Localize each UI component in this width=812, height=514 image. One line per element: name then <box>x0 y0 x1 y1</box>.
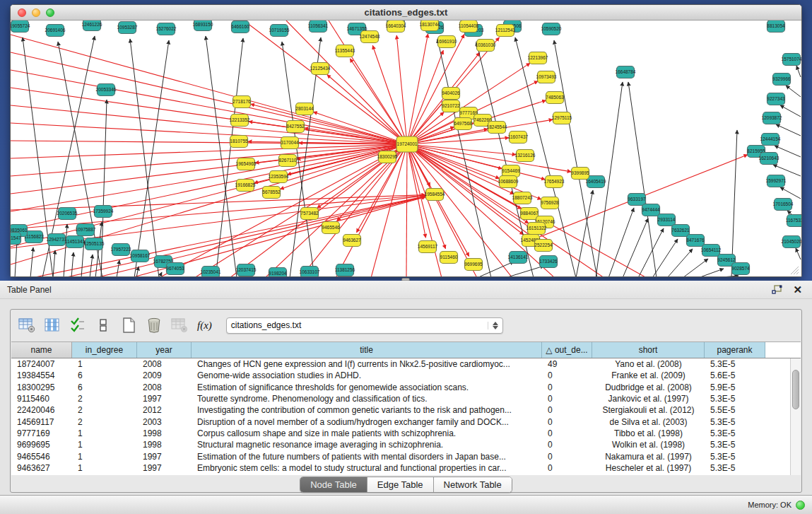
table-scrollbar-thumb[interactable] <box>792 370 799 409</box>
float-panel-icon[interactable] <box>772 285 783 295</box>
graph-node[interactable]: 19055724 <box>11 21 30 33</box>
graph-node-selected[interactable]: 17654923 <box>544 176 565 188</box>
cell-pagerank[interactable]: 5.3E-5 <box>705 417 765 427</box>
graph-node-selected[interactable]: 13216126 <box>515 150 536 162</box>
citation-edge-black[interactable] <box>638 228 664 277</box>
graph-node[interactable]: 9633197 <box>628 194 646 206</box>
cell-short[interactable]: Tibbo et al. (1998) <box>592 428 705 438</box>
graph-node-selected[interactable]: 12353594 <box>269 171 289 183</box>
cell-name[interactable]: 18724007 <box>11 359 72 369</box>
cell-short[interactable]: Jankovic et al. (1997) <box>592 394 705 404</box>
graph-node-selected[interactable]: 9463627 <box>343 235 361 247</box>
citation-edge-black[interactable] <box>628 82 657 277</box>
cell-out_de[interactable]: 0 <box>542 440 592 450</box>
column-header-name[interactable]: name <box>11 342 72 358</box>
graph-node[interactable]: 12461226 <box>82 21 102 31</box>
cell-name[interactable]: 18300295 <box>11 382 72 392</box>
graph-node-selected[interactable]: 19724001 <box>396 136 418 152</box>
graph-node[interactable]: 15751074 <box>782 54 801 66</box>
table-row[interactable]: 1830029562008Estimation of significance … <box>11 382 790 393</box>
graph-node-selected[interactable]: 12213967 <box>528 52 548 64</box>
table-row[interactable]: 911546021997Tourette syndrome. Phenomeno… <box>11 393 790 404</box>
cell-out_de[interactable]: 49 <box>542 359 592 369</box>
graph-node-selected[interactable]: 12125434 <box>310 63 331 75</box>
cell-name[interactable]: 9777169 <box>11 428 72 438</box>
close-panel-icon[interactable]: ✕ <box>793 285 802 295</box>
cell-year[interactable]: 1997 <box>137 452 192 462</box>
graph-node[interactable]: 12093872 <box>762 112 782 124</box>
cell-out_de[interactable]: 0 <box>542 405 592 415</box>
cell-short[interactable]: Yano et al. (2008) <box>592 359 705 369</box>
graph-node[interactable]: 10719155 <box>269 25 290 37</box>
table-row[interactable]: 946554611997Estimation of the future num… <box>11 450 790 462</box>
graph-node-selected[interactable]: 8267110 <box>279 155 297 167</box>
graph-node[interactable]: 9227343 <box>767 93 785 105</box>
citation-edge-black[interactable] <box>71 252 73 277</box>
graph-node[interactable]: 15992971 <box>766 175 787 187</box>
graph-node-selected[interactable]: 9115460 <box>440 252 458 264</box>
graph-node-selected[interactable]: 2718176 <box>233 96 251 108</box>
graph-node-selected[interactable]: 1810755 <box>230 136 248 148</box>
table-row[interactable]: 969969511998Structural magnetic resonanc… <box>11 439 790 450</box>
table-row[interactable]: 977716911998Corpus callosum shape and si… <box>11 428 790 439</box>
graph-node[interactable]: 10633107 <box>300 267 320 278</box>
cell-year[interactable]: 2009 <box>137 370 192 380</box>
graph-node[interactable]: 16893150 <box>193 21 213 31</box>
citation-edge-black[interactable] <box>117 260 119 277</box>
cell-pagerank[interactable]: 5.3E-5 <box>705 359 765 369</box>
citation-edge-black[interactable] <box>698 269 724 277</box>
citation-edge-black[interactable] <box>773 165 801 176</box>
cell-short[interactable]: de Silva et al. (2003) <box>592 417 705 427</box>
citation-edge-red[interactable] <box>32 197 425 277</box>
cell-title[interactable]: Estimation of the future numbers of pati… <box>192 452 542 462</box>
cell-title[interactable]: Investigating the contribution of common… <box>192 405 542 415</box>
table-scrollbar[interactable] <box>790 358 801 475</box>
graph-node[interactable]: 12444154 <box>760 134 781 146</box>
cell-short[interactable]: Dudbridge et al. (2008) <box>592 382 705 392</box>
graph-node-selected[interactable]: 9699695 <box>464 259 483 271</box>
column-header-short[interactable]: short <box>592 342 705 358</box>
graph-node-selected[interactable]: 12474548 <box>360 31 380 43</box>
cell-pagerank[interactable]: 5.3E-5 <box>705 394 765 404</box>
graph-node-selected[interactable]: 9404026 <box>442 88 460 100</box>
citation-edge-black[interactable] <box>64 224 67 277</box>
graph-node-selected[interactable]: 9465546 <box>322 222 340 234</box>
citation-edge-black[interactable] <box>714 276 739 277</box>
graph-node-selected[interactable]: 11355443 <box>335 45 355 57</box>
cell-out_de[interactable]: 0 <box>542 370 592 380</box>
graph-node-selected[interactable]: 19166825 <box>235 180 256 192</box>
select-rows-button[interactable] <box>67 315 88 336</box>
graph-node[interactable]: 20053346 <box>96 84 117 96</box>
graph-node-selected[interactable]: 18245544 <box>487 122 507 134</box>
graph-node-selected[interactable]: 18130744 <box>420 21 440 31</box>
graph-node-selected[interactable]: 2522254 <box>534 240 553 252</box>
cell-title[interactable]: Changes of HCN gene expression and I(f) … <box>192 359 542 369</box>
row-height-button[interactable] <box>93 315 114 336</box>
cell-in_degree[interactable]: 2 <box>72 394 137 404</box>
cell-in_degree[interactable]: 6 <box>72 382 137 392</box>
cell-in_degree[interactable]: 1 <box>72 359 137 369</box>
cell-year[interactable]: 1997 <box>137 394 192 404</box>
graph-node[interactable]: 15276022 <box>156 23 177 35</box>
graph-node[interactable]: 17359924 <box>93 206 114 218</box>
cell-out_de[interactable]: 0 <box>542 382 592 392</box>
graph-node[interactable]: 11451341 <box>65 236 86 248</box>
graph-node[interactable]: 7632621 <box>671 225 690 237</box>
citation-edge-red[interactable] <box>396 35 407 144</box>
graph-node[interactable]: 6466160 <box>231 21 249 33</box>
graph-node[interactable]: 8813054 <box>767 21 785 33</box>
cell-in_degree[interactable]: 2 <box>72 417 137 427</box>
citation-edge-black[interactable] <box>776 124 801 136</box>
graph-node-selected[interactable]: 12112543 <box>495 25 516 37</box>
graph-node[interactable]: 20691406 <box>45 25 66 37</box>
cell-pagerank[interactable]: 5.6E-5 <box>705 370 765 380</box>
citation-edge-black[interactable] <box>652 239 678 277</box>
graph-node[interactable]: 9391547 <box>11 233 21 245</box>
graph-node[interactable]: 10590520 <box>541 23 562 35</box>
graph-node-selected[interactable]: 12975115 <box>552 112 572 124</box>
table-selector-dropdown[interactable]: citations_edges.txt <box>226 317 503 334</box>
cell-in_degree[interactable]: 1 <box>72 428 137 438</box>
cell-name[interactable]: 22420046 <box>11 405 72 415</box>
graph-node-selected[interactable]: 10973493 <box>536 71 557 83</box>
graph-node-selected[interactable]: 18807243 <box>512 192 533 204</box>
